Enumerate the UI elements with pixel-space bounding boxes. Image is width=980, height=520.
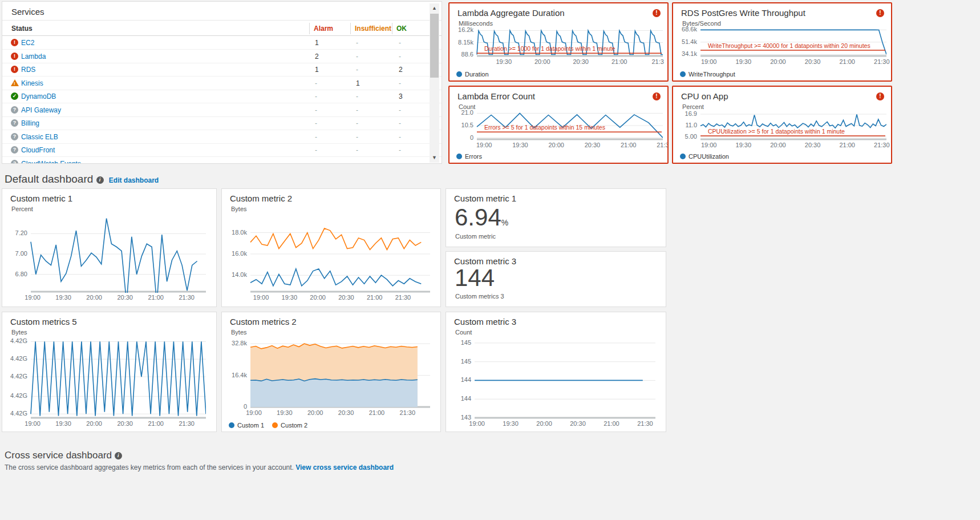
- chart-legend: CPUUtilization: [680, 153, 729, 160]
- chart-lambda-error-count[interactable]: 21.010.5019:0019:3020:0020:3021:0021:30E…: [452, 112, 663, 150]
- legend-item: CPUUtilization: [680, 153, 729, 160]
- ok-count: -: [399, 133, 401, 141]
- tile-title: Custom metric 2: [230, 194, 292, 203]
- info-icon[interactable]: i: [96, 176, 104, 184]
- service-link[interactable]: CloudWatch Events: [21, 160, 81, 164]
- widget-title: CPU on App: [681, 91, 728, 101]
- service-link[interactable]: Kinesis: [21, 79, 43, 87]
- service-link[interactable]: EC2: [21, 39, 34, 47]
- edit-dashboard-link[interactable]: Edit dashboard: [109, 176, 159, 184]
- service-row-rds: !RDS1-2: [2, 63, 442, 76]
- y-axis-unit: Bytes: [231, 205, 247, 212]
- y-tick-label: 4.42G: [6, 392, 27, 399]
- service-link[interactable]: Classic ELB: [21, 133, 58, 141]
- chart-rds-write-throughput[interactable]: 68.6k51.4k34.1k19:0019:3020:0020:3021:00…: [675, 29, 886, 66]
- y-tick-label: 4.42G: [6, 410, 27, 417]
- tile-custom-metric-1: Custom metric 1 Percent 7.207.006.8019:0…: [2, 188, 217, 307]
- chart-legend: Duration: [456, 71, 489, 78]
- service-row-classic-elb: ?Classic ELB---: [2, 130, 442, 144]
- ok-count: -: [399, 79, 401, 87]
- chart-legend: Errors: [456, 153, 482, 160]
- metric-big-value: 144: [455, 264, 495, 292]
- y-axis-unit: Bytes: [231, 329, 247, 336]
- service-link[interactable]: CloudFront: [21, 146, 55, 154]
- legend-item: Custom 1: [229, 422, 264, 429]
- scroll-up-icon[interactable]: ▲: [430, 3, 439, 13]
- y-tick-label: 34.1k: [675, 50, 697, 57]
- widget-title: Lambda Aggregate Duration: [457, 8, 565, 18]
- view-cross-service-dashboard-link[interactable]: View cross service dashboard: [295, 463, 394, 471]
- y-tick-label: 4.42G: [6, 355, 27, 362]
- x-tick-label: 19:00: [15, 294, 50, 301]
- column-status: Status: [11, 25, 33, 33]
- widget-rds-postgres-write-throughput: RDS PostGres Write Throughput ! Bytes/Se…: [672, 2, 892, 82]
- insufficient-count: -: [356, 53, 358, 61]
- chart-custom-metric-3-line[interactable]: 14514514414414319:0019:3020:0020:3021:00…: [449, 340, 655, 428]
- scroll-down-icon[interactable]: ▼: [430, 153, 439, 163]
- x-tick-label: 20:00: [77, 420, 111, 427]
- legend-item: Duration: [456, 71, 489, 78]
- chart-lambda-aggregate-duration[interactable]: 16.2k8.15k88.619:3020:0020:3021:0021:3Du…: [452, 29, 663, 66]
- y-tick-label: 16.9: [675, 110, 697, 117]
- y-tick-label: 4.42G: [6, 337, 27, 344]
- service-row-api-gateway: ?API Gateway---: [2, 103, 442, 117]
- y-axis-unit: Percent: [682, 103, 704, 110]
- widget-title: Lambda Error Count: [457, 91, 535, 101]
- column-alarm: Alarm: [314, 25, 333, 33]
- cross-service-header: Cross service dashboard i: [5, 450, 122, 461]
- info-icon[interactable]: i: [115, 452, 122, 459]
- cross-service-description: The cross service dashboard aggregates k…: [5, 463, 394, 471]
- x-tick-label: 21:00: [139, 294, 173, 301]
- unknown-status-icon: ?: [11, 133, 18, 140]
- column-divider: [392, 23, 392, 34]
- column-insufficient: Insufficient: [355, 25, 391, 33]
- x-tick-label: 19:30: [503, 142, 537, 148]
- x-tick-label: 21:00: [830, 58, 864, 65]
- default-dashboard-header: Default dashboard i Edit dashboard: [5, 173, 159, 186]
- alarm-status-icon: !: [11, 39, 18, 46]
- y-tick-label: 21.0: [452, 109, 473, 116]
- chart-custom-metrics-5[interactable]: 4.42G4.42G4.42G4.42G4.42G19:0019:3020:00…: [6, 340, 206, 428]
- services-scrollbar[interactable]: ▲ ▼: [430, 3, 439, 163]
- insufficient-count: -: [356, 39, 358, 47]
- service-link[interactable]: Billing: [21, 119, 39, 127]
- insufficient-count: -: [356, 146, 358, 154]
- service-link[interactable]: Lambda: [21, 53, 46, 61]
- widget-lambda-error-count: Lambda Error Count ! Count 21.010.5019:0…: [448, 86, 669, 164]
- alarm-threshold-label: WriteThroughput >= 40000 for 1 datapoint…: [708, 42, 870, 49]
- ok-count: -: [399, 119, 401, 127]
- alarm-count: -: [315, 133, 317, 141]
- chart-custom-metric-2[interactable]: 18.0k16.0k14.0k19:0019:3020:0020:3021:00…: [225, 216, 430, 302]
- cloudwatch-overview-page: Services Status Alarm Insufficient OK !E…: [0, 0, 980, 520]
- y-tick-label: 68.6k: [675, 26, 697, 33]
- chart-cpu-on-app[interactable]: 16.911.05.0019:0019:3020:0020:3021:0021:…: [675, 112, 886, 150]
- chart-legend: WriteThroughput: [680, 71, 735, 78]
- alarm-count: -: [315, 79, 317, 87]
- widget-lambda-aggregate-duration: Lambda Aggregate Duration ! Milliseconds…: [448, 2, 669, 82]
- ok-status-icon: ✓: [11, 92, 18, 100]
- x-tick-label: 19:00: [460, 420, 494, 427]
- service-link[interactable]: API Gateway: [21, 106, 61, 114]
- x-tick-label: 21:30: [647, 142, 669, 148]
- alarm-status-icon: !: [11, 53, 18, 60]
- x-tick-label: 20:30: [329, 409, 363, 416]
- y-tick-label: 51.4k: [675, 38, 697, 45]
- service-link[interactable]: DynamoDB: [21, 92, 56, 100]
- legend-color-dot: [456, 154, 462, 159]
- x-tick-label: 19:30: [487, 58, 521, 65]
- x-tick-label: 21:30: [628, 420, 662, 427]
- y-tick-label: 32.8k: [225, 340, 247, 346]
- tile-title: Custom metric 1: [10, 194, 72, 203]
- insufficient-status-icon: !: [11, 79, 19, 86]
- service-row-kinesis: !Kinesis-1-: [2, 76, 442, 90]
- scrollbar-thumb[interactable]: [430, 14, 439, 78]
- service-row-ec2: !EC21--: [2, 36, 442, 50]
- service-link[interactable]: RDS: [21, 66, 35, 74]
- unknown-status-icon: ?: [11, 160, 18, 164]
- alarm-state-icon: !: [876, 92, 884, 100]
- chart-custom-metrics-2-stacked[interactable]: 32.8k16.4k019:0019:3020:0020:3021:0021:3…: [225, 340, 430, 417]
- chart-custom-metric-1[interactable]: 7.207.006.8019:0019:3020:0020:3021:0021:…: [6, 216, 206, 302]
- y-tick-label: 11.0: [675, 122, 697, 128]
- widget-cpu-on-app: CPU on App ! Percent 16.911.05.0019:0019…: [672, 86, 892, 164]
- x-tick-label: 19:30: [493, 420, 528, 427]
